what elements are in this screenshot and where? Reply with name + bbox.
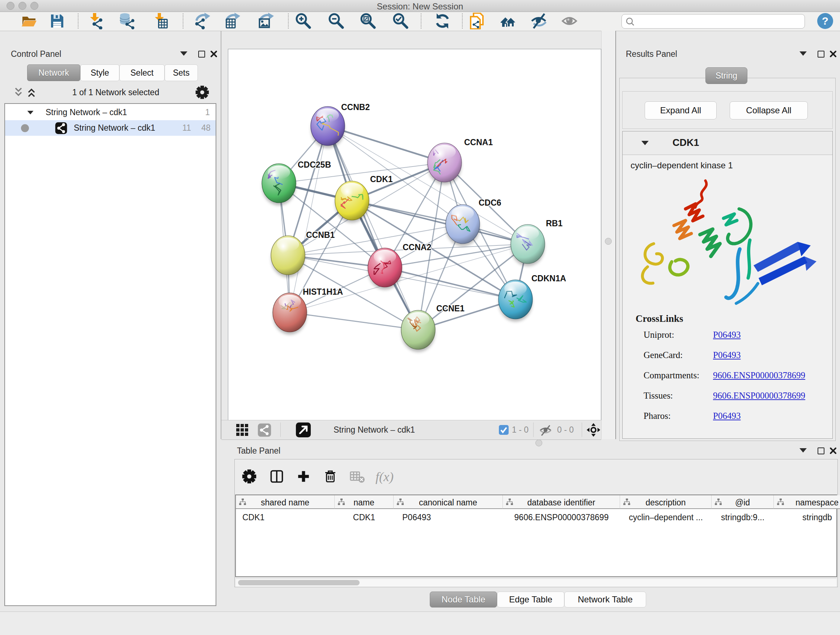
search-input[interactable] (638, 15, 802, 27)
results-panel-splitter[interactable] (601, 31, 616, 439)
zoom-selected-icon[interactable] (392, 13, 409, 29)
cell-description[interactable]: cyclin–dependent ... (620, 510, 712, 525)
cell-database-identifier[interactable]: 9606.ENSP00000378699 (503, 510, 620, 525)
tree-expand-caret-icon[interactable] (27, 111, 34, 114)
node-CCNE1[interactable]: CCNE1 (401, 304, 464, 352)
export-network-icon[interactable] (194, 13, 211, 29)
cell--id[interactable]: stringdb:9... (712, 510, 774, 525)
table-panel-close-icon[interactable] (829, 447, 837, 455)
export-table-icon[interactable] (224, 13, 241, 29)
network-status-dot (21, 124, 29, 132)
results-panel-float-icon[interactable] (818, 51, 824, 57)
birds-eye-view-icon[interactable] (295, 422, 311, 438)
zoom-out-icon[interactable] (327, 13, 344, 29)
hidden-eye-slash-icon[interactable] (539, 424, 552, 437)
tab-sets[interactable]: Sets (164, 65, 198, 81)
open-session-icon[interactable] (21, 13, 37, 29)
node-CDC25B[interactable]: CDC25B (262, 160, 331, 205)
zoom-fit-icon[interactable] (359, 13, 376, 29)
cell-name[interactable]: CDK1 (335, 510, 393, 525)
status-separator (582, 423, 582, 437)
export-image-icon[interactable] (258, 13, 275, 29)
node-HIST1H1A[interactable]: HIST1H1A (273, 287, 343, 334)
tree-row-network[interactable]: String Network – cdk1 11 48 (5, 120, 216, 136)
selected-checkbox-icon[interactable] (499, 424, 509, 435)
cell-namespace[interactable]: stringdb (774, 510, 840, 525)
import-network-file-icon[interactable] (87, 13, 104, 29)
tab-edge-table[interactable]: Edge Table (497, 592, 564, 608)
eye-slash-icon[interactable] (531, 13, 547, 29)
edge-CCNB2-HIST1H1A (290, 126, 328, 312)
table-panel-splitter-dot[interactable] (535, 440, 542, 447)
column-header-database-identifier[interactable]: database identifier (503, 495, 620, 509)
houses-icon[interactable] (500, 13, 516, 29)
tree-row-label: String Network – cdk1 (74, 123, 155, 133)
column-header-namespace[interactable]: namespace (774, 495, 840, 509)
crosslink-value-link[interactable]: P06493 (713, 330, 741, 340)
tab-select[interactable]: Select (119, 65, 164, 81)
network-tree: String Network – cdk1 1 String Network –… (4, 103, 216, 606)
column-header--id[interactable]: @id (712, 495, 774, 509)
table-panel-menu-caret-icon[interactable] (799, 448, 807, 453)
grid-view-icon[interactable] (236, 424, 249, 437)
tab-network[interactable]: Network (27, 65, 80, 81)
import-table-file-icon[interactable] (152, 13, 169, 29)
crosslink-value-link[interactable]: P06493 (713, 411, 741, 421)
cell-canonical-name[interactable]: P06493 (393, 510, 503, 525)
node-CDKN1A[interactable]: CDKN1A (499, 274, 566, 321)
control-panel-gear-icon[interactable] (195, 86, 209, 99)
move-crosshair-icon[interactable] (586, 423, 601, 437)
toolbar-separator (78, 13, 79, 29)
expand-all-button[interactable]: Expand All (645, 101, 717, 119)
tab-network-table[interactable]: Network Table (564, 592, 646, 608)
copy-network-icon[interactable] (469, 13, 485, 29)
expand-all-chevrons-icon[interactable] (26, 87, 37, 98)
toolbar-separator (462, 13, 463, 29)
help-button[interactable]: ? (817, 13, 833, 29)
results-panel-close-icon[interactable] (829, 50, 837, 58)
tree-row-collection[interactable]: String Network – cdk1 1 (5, 105, 216, 120)
table-settings-gear-icon[interactable] (240, 467, 258, 486)
node-CDC6[interactable]: CDC6 (446, 198, 501, 246)
node-label: CCNE1 (436, 304, 464, 313)
tab-style[interactable]: Style (80, 65, 119, 81)
crosslink-value-link[interactable]: P06493 (713, 350, 741, 360)
gene-section-header[interactable]: CDK1 (622, 131, 832, 155)
column-header-canonical-name[interactable]: canonical name (393, 495, 503, 509)
table-columns-icon[interactable] (268, 467, 286, 486)
tab-string[interactable]: String (706, 67, 747, 84)
node-CCNB2[interactable]: CCNB2 (311, 103, 370, 148)
scrollbar-thumb[interactable] (238, 580, 360, 585)
node-RB1[interactable]: RB1 (511, 219, 562, 266)
cell-shared-name[interactable]: CDK1 (236, 510, 335, 525)
collapse-all-chevrons-icon[interactable] (13, 87, 24, 98)
column-header-name[interactable]: name (335, 495, 393, 509)
crosslink-value-link[interactable]: 9606.ENSP00000378699 (713, 371, 805, 380)
gene-section-caret-icon[interactable] (641, 141, 649, 145)
column-header-shared-name[interactable]: shared name (236, 495, 335, 509)
save-session-icon[interactable] (49, 13, 65, 29)
control-panel-menu-caret-icon[interactable] (180, 51, 187, 56)
import-network-database-icon[interactable] (119, 13, 136, 29)
collapse-all-button[interactable]: Collapse All (729, 101, 808, 119)
node-count: 11 (182, 123, 191, 133)
network-canvas[interactable]: CCNB2 CCNA1 CDC25B CDK1 CDC6 RB1 CCNB1 C… (228, 49, 601, 421)
table-horizontal-scrollbar[interactable] (236, 578, 836, 587)
control-panel-float-icon[interactable] (198, 51, 205, 57)
eye-icon[interactable] (561, 13, 578, 29)
tab-node-table[interactable]: Node Table (430, 592, 497, 608)
control-panel-close-icon[interactable] (210, 50, 218, 58)
splitter-grab-dot[interactable] (605, 238, 612, 245)
results-panel-menu-caret-icon[interactable] (799, 51, 807, 56)
add-column-plus-icon[interactable] (294, 467, 313, 486)
refresh-view-icon[interactable] (434, 13, 451, 29)
column-header-description[interactable]: description (620, 495, 712, 509)
share-view-icon[interactable] (257, 423, 271, 437)
zoom-in-icon[interactable] (294, 13, 311, 29)
delete-trash-icon[interactable] (321, 467, 339, 486)
main-toolbar: ? (0, 12, 840, 31)
control-panel-divider[interactable] (221, 31, 221, 439)
crosslink-value-link[interactable]: 9606.ENSP00000378699 (713, 391, 805, 401)
table-panel-title: Table Panel (237, 446, 280, 456)
table-panel-float-icon[interactable] (818, 448, 824, 454)
